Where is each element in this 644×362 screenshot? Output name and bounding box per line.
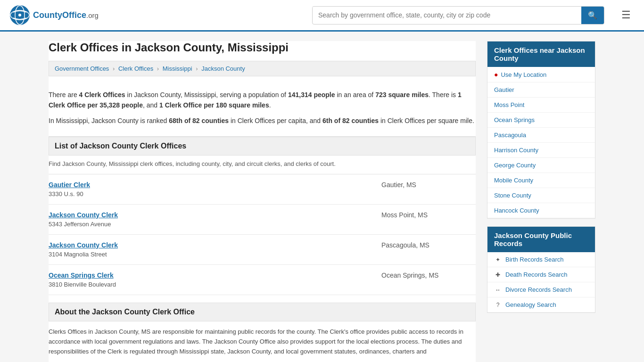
nearby-card: Clerk Offices near Jackson County ● Use …: [487, 41, 595, 219]
breadcrumb-clerk-offices[interactable]: Clerk Offices: [118, 65, 153, 72]
page-title: Clerk Offices in Jackson County, Mississ…: [49, 41, 476, 54]
search-icon: 🔍: [588, 11, 597, 19]
public-records-card-body: ✦ Birth Records Search ✚ Death Records S…: [487, 252, 595, 313]
logo-area[interactable]: CountyOffice.org: [9, 5, 99, 25]
clerk-address-2: 3104 Magnolia Street: [49, 251, 107, 258]
about-section-header: About the Jackson County Clerk Office: [49, 303, 476, 321]
header: CountyOffice.org 🔍 ☰: [0, 0, 644, 32]
search-input[interactable]: [313, 7, 581, 23]
nearby-link-1[interactable]: Moss Point: [487, 98, 595, 113]
nearby-link-3[interactable]: Pascagoula: [487, 128, 595, 143]
nearby-link-0[interactable]: Gautier: [487, 82, 595, 98]
genealogy-search-link[interactable]: ? Genealogy Search: [487, 297, 595, 313]
content: Clerk Offices in Jackson County, Mississ…: [49, 41, 476, 362]
clerk-city-3: Ocean Springs, MS: [381, 272, 476, 279]
nearby-card-body: ● Use My Location Gautier Moss Point Oce…: [487, 67, 595, 218]
clerk-item: Ocean Springs Clerk 3810 Bienville Boule…: [49, 265, 476, 295]
clerk-name-1[interactable]: Jackson County Clerk: [49, 211, 381, 219]
divorce-records-icon: ↔: [494, 287, 502, 293]
menu-button[interactable]: ☰: [618, 7, 635, 23]
location-icon: ●: [494, 71, 498, 78]
nearby-link-2[interactable]: Ocean Springs: [487, 113, 595, 128]
search-area: 🔍: [312, 6, 604, 25]
nearby-link-8[interactable]: Hancock County: [487, 203, 595, 218]
clerk-city-0: Gautier, MS: [381, 181, 476, 189]
nearby-card-header: Clerk Offices near Jackson County: [487, 41, 595, 67]
about-text: Clerks Offices in Jackson County, MS are…: [49, 321, 476, 362]
sidebar: Clerk Offices near Jackson County ● Use …: [487, 41, 595, 362]
hamburger-icon: ☰: [621, 9, 631, 21]
breadcrumb-mississippi[interactable]: Mississippi: [163, 65, 192, 72]
public-records-card-header: Jackson County Public Records: [487, 227, 595, 252]
clerk-address-0: 3330 U.s. 90: [49, 190, 83, 197]
clerk-city-1: Moss Point, MS: [381, 211, 476, 219]
breadcrumb: Government Offices › Clerk Offices › Mis…: [49, 61, 476, 76]
clerk-item: Jackson County Clerk 5343 Jefferson Aven…: [49, 205, 476, 235]
logo-icon: [9, 5, 30, 25]
birth-records-link[interactable]: ✦ Birth Records Search: [487, 252, 595, 267]
clerk-address-3: 3810 Bienville Boulevard: [49, 281, 116, 288]
clerk-item: Gautier Clerk 3330 U.s. 90 Gautier, MS: [49, 174, 476, 205]
nearby-link-4[interactable]: Harrison County: [487, 143, 595, 158]
nearby-link-6[interactable]: Mobile County: [487, 173, 595, 188]
logo-text: CountyOffice.org: [33, 10, 99, 20]
clerk-name-2[interactable]: Jackson County Clerk: [49, 241, 381, 249]
clerk-city-2: Pascagoula, MS: [381, 241, 476, 249]
breadcrumb-government-offices[interactable]: Government Offices: [55, 65, 109, 72]
svg-point-3: [18, 14, 21, 16]
nearby-link-5[interactable]: George County: [487, 158, 595, 173]
nearby-link-7[interactable]: Stone County: [487, 188, 595, 203]
breadcrumb-jackson-county[interactable]: Jackson County: [201, 65, 245, 72]
genealogy-icon: ?: [494, 302, 502, 308]
description-para1: There are 4 Clerk Offices in Jackson Cou…: [49, 90, 476, 111]
description-para2: In Mississippi, Jackson County is ranked…: [49, 115, 476, 126]
main-wrapper: Clerk Offices in Jackson County, Mississ…: [39, 32, 605, 362]
use-location-link[interactable]: ● Use My Location: [487, 67, 595, 82]
list-section-header: List of Jackson County Clerk Offices: [49, 137, 476, 156]
birth-records-icon: ✦: [494, 256, 502, 263]
public-records-card: Jackson County Public Records ✦ Birth Re…: [487, 226, 595, 313]
about-section: About the Jackson County Clerk Office Cl…: [49, 303, 476, 362]
clerk-name-3[interactable]: Ocean Springs Clerk: [49, 272, 381, 279]
clerk-name-0[interactable]: Gautier Clerk: [49, 181, 381, 189]
death-records-link[interactable]: ✚ Death Records Search: [487, 267, 595, 282]
search-button[interactable]: 🔍: [581, 7, 604, 24]
divorce-records-link[interactable]: ↔ Divorce Records Search: [487, 282, 595, 297]
clerk-item: Jackson County Clerk 3104 Magnolia Stree…: [49, 235, 476, 265]
clerk-address-1: 5343 Jefferson Avenue: [49, 221, 111, 228]
death-records-icon: ✚: [494, 272, 502, 278]
description: There are 4 Clerk Offices in Jackson Cou…: [49, 84, 476, 137]
list-section-desc: Find Jackson County, Mississippi clerk o…: [49, 156, 476, 174]
clerk-list: Gautier Clerk 3330 U.s. 90 Gautier, MS J…: [49, 174, 476, 295]
